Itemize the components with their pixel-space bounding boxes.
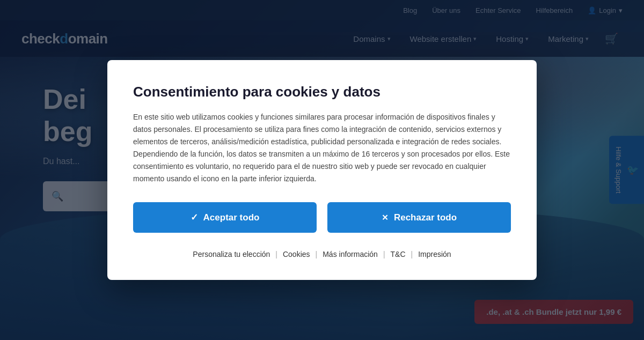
cookie-actions: ✓ Aceptar todo ✕ Rechazar todo [133, 202, 511, 233]
impresson-link[interactable]: Impresión [413, 248, 456, 261]
reject-all-button[interactable]: ✕ Rechazar todo [327, 202, 511, 233]
cookies-link[interactable]: Cookies [277, 248, 316, 261]
reject-x-icon: ✕ [382, 213, 389, 223]
cookie-footer-links: Personaliza tu elección | Cookies | Más … [133, 248, 511, 261]
tandc-link[interactable]: T&C [385, 248, 411, 261]
cookie-body: En este sitio web utilizamos cookies y f… [133, 111, 511, 186]
personalize-link[interactable]: Personaliza tu elección [187, 248, 275, 261]
cookie-title: Consentimiento para cookies y datos [133, 84, 511, 100]
more-info-link[interactable]: Más información [317, 248, 383, 261]
cookie-overlay: Consentimiento para cookies y datos En e… [0, 0, 644, 340]
accept-all-button[interactable]: ✓ Aceptar todo [133, 202, 317, 233]
cookie-modal: Consentimiento para cookies y datos En e… [107, 60, 537, 280]
accept-check-icon: ✓ [191, 212, 198, 223]
